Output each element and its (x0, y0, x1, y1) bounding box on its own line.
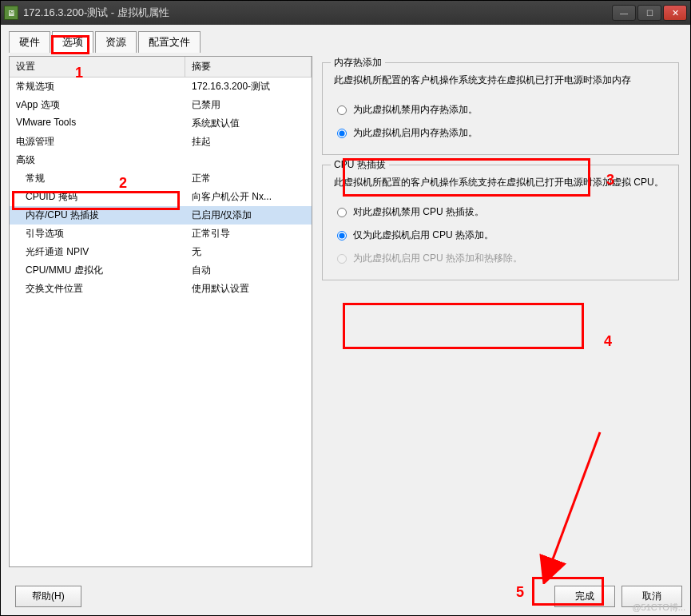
table-row[interactable]: 常规正常 (10, 169, 312, 188)
memory-enable-radio[interactable] (337, 129, 347, 138)
memory-hotadd-group: 内存热添加 此虚拟机所配置的客户机操作系统支持在虚拟机已打开电源时添加内存 为此… (322, 62, 679, 155)
help-button[interactable]: 帮助(H) (15, 586, 81, 607)
table-row[interactable]: 常规选项172.16.3.200-测试 (10, 77, 312, 96)
row-summary: 向客户机公开 Nx... (185, 188, 312, 206)
row-summary: 172.16.3.200-测试 (185, 77, 312, 96)
row-summary: 系统默认值 (185, 114, 312, 133)
body: 设置 摘要 常规选项172.16.3.200-测试vApp 选项已禁用VMwar… (9, 56, 682, 567)
table-row[interactable]: 高级 (10, 151, 312, 169)
table-row[interactable]: 交换文件位置使用默认设置 (10, 280, 312, 298)
memory-enable-label: 为此虚拟机启用内存热添加。 (353, 126, 478, 140)
row-name: CPUID 掩码 (10, 188, 185, 206)
window-title: 172.16.3.200-测试 - 虚拟机属性 (23, 6, 612, 20)
content-area: 硬件 选项 资源 配置文件 设置 摘要 常规选项172.16.3.200-测试v… (1, 25, 690, 615)
table-row[interactable]: CPUID 掩码向客户机公开 Nx... (10, 188, 312, 206)
cpu-group-title: CPU 热插拔 (331, 158, 389, 172)
row-name: vApp 选项 (10, 96, 185, 114)
row-summary: 挂起 (185, 133, 312, 151)
settings-table: 设置 摘要 常规选项172.16.3.200-测试vApp 选项已禁用VMwar… (9, 56, 312, 567)
row-summary (185, 151, 312, 169)
table-row[interactable]: VMware Tools系统默认值 (10, 114, 312, 133)
table-header: 设置 摘要 (10, 57, 312, 77)
memory-enable-radio-row[interactable]: 为此虚拟机启用内存热添加。 (334, 121, 667, 145)
cpu-addremove-radio (337, 254, 347, 264)
cpu-addremove-label: 为此虚拟机启用 CPU 热添加和热移除。 (353, 252, 522, 265)
table-row[interactable]: 引导选项正常引导 (10, 225, 312, 243)
memory-disable-radio-row[interactable]: 为此虚拟机禁用内存热添加。 (334, 98, 667, 121)
row-summary: 无 (185, 243, 312, 261)
row-name: 交换文件位置 (10, 280, 185, 298)
cpu-addonly-label: 仅为此虚拟机启用 CPU 热添加。 (353, 229, 494, 242)
memory-disable-label: 为此虚拟机禁用内存热添加。 (353, 103, 478, 117)
right-panel: 内存热添加 此虚拟机所配置的客户机操作系统支持在虚拟机已打开电源时添加内存 为此… (319, 56, 682, 567)
table-row[interactable]: CPU/MMU 虚拟化自动 (10, 261, 312, 280)
memory-group-title: 内存热添加 (331, 56, 385, 70)
row-summary: 使用默认设置 (185, 280, 312, 298)
ok-button[interactable]: 完成 (554, 586, 615, 607)
cpu-group-desc: 此虚拟机所配置的客户机操作系统支持在虚拟机已打开电源时添加虚拟 CPU。 (334, 175, 667, 189)
tab-resources[interactable]: 资源 (95, 31, 137, 53)
row-name: 光纤通道 NPIV (10, 243, 185, 261)
cpu-disable-radio[interactable] (337, 208, 347, 217)
vm-properties-window: 🖥 172.16.3.200-测试 - 虚拟机属性 硬件 选项 资源 配置文件 … (0, 0, 691, 616)
header-setting: 设置 (10, 57, 185, 77)
row-name: 常规 (10, 169, 185, 188)
cpu-disable-label: 对此虚拟机禁用 CPU 热插拔。 (353, 205, 484, 219)
titlebar: 🖥 172.16.3.200-测试 - 虚拟机属性 (1, 1, 690, 25)
cpu-addonly-radio-row[interactable]: 仅为此虚拟机启用 CPU 热添加。 (334, 224, 667, 247)
row-name: 高级 (10, 151, 185, 169)
tab-strip: 硬件 选项 资源 配置文件 (9, 31, 682, 53)
vmware-icon: 🖥 (4, 6, 18, 20)
minimize-button[interactable] (612, 5, 636, 21)
tab-hardware[interactable]: 硬件 (9, 31, 50, 53)
close-button[interactable] (663, 5, 687, 21)
cpu-disable-radio-row[interactable]: 对此虚拟机禁用 CPU 热插拔。 (334, 201, 667, 224)
memory-group-desc: 此虚拟机所配置的客户机操作系统支持在虚拟机已打开电源时添加内存 (334, 73, 667, 87)
memory-disable-radio[interactable] (337, 105, 347, 115)
row-summary: 已禁用 (185, 96, 312, 114)
row-name: 常规选项 (10, 77, 185, 96)
table-rows: 常规选项172.16.3.200-测试vApp 选项已禁用VMware Tool… (10, 77, 312, 566)
maximize-button[interactable] (637, 5, 661, 21)
watermark: @51CTO博... (632, 602, 685, 614)
row-name: 内存/CPU 热插拔 (10, 206, 185, 225)
cpu-hotplug-group: CPU 热插拔 此虚拟机所配置的客户机操作系统支持在虚拟机已打开电源时添加虚拟 … (322, 165, 679, 280)
table-row[interactable]: vApp 选项已禁用 (10, 96, 312, 114)
row-summary: 正常引导 (185, 225, 312, 243)
window-buttons (612, 5, 687, 21)
cpu-addremove-radio-row: 为此虚拟机启用 CPU 热添加和热移除。 (334, 247, 667, 270)
table-row[interactable]: 光纤通道 NPIV无 (10, 243, 312, 261)
cpu-addonly-radio[interactable] (337, 231, 347, 240)
row-summary: 正常 (185, 169, 312, 188)
footer: 帮助(H) 完成 取消 (9, 586, 682, 607)
row-summary: 自动 (185, 261, 312, 280)
row-name: CPU/MMU 虚拟化 (10, 261, 185, 280)
row-name: 电源管理 (10, 133, 185, 151)
row-summary: 已启用/仅添加 (185, 206, 312, 225)
tab-options[interactable]: 选项 (52, 31, 93, 53)
row-name: 引导选项 (10, 225, 185, 243)
tab-profile[interactable]: 配置文件 (138, 31, 201, 53)
header-summary: 摘要 (185, 57, 312, 77)
table-row[interactable]: 内存/CPU 热插拔已启用/仅添加 (10, 206, 312, 225)
row-name: VMware Tools (10, 114, 185, 133)
table-row[interactable]: 电源管理挂起 (10, 133, 312, 151)
